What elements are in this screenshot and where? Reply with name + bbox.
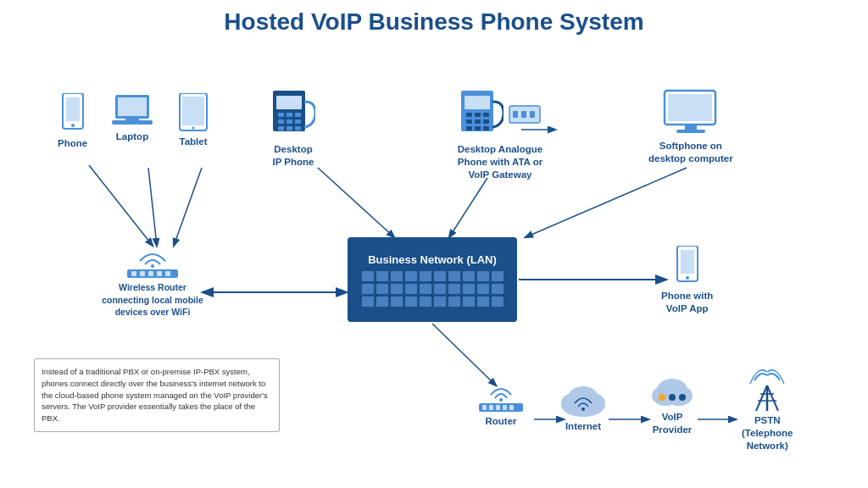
svg-rect-29	[165, 271, 170, 276]
svg-rect-33	[287, 113, 292, 117]
svg-rect-31	[276, 96, 302, 109]
svg-rect-59	[676, 130, 705, 133]
node-desktop-analogue: Desktop AnaloguePhone with ATA orVoIP Ga…	[432, 89, 568, 181]
svg-point-79	[669, 394, 676, 401]
svg-rect-69	[509, 405, 514, 410]
svg-line-82	[756, 385, 767, 411]
svg-rect-50	[475, 126, 481, 130]
svg-rect-49	[466, 126, 472, 130]
laptop-icon	[112, 93, 153, 127]
desktop-ip-phone-icon	[271, 89, 315, 140]
page: Hosted VoIP Business Phone System	[0, 0, 868, 488]
svg-rect-17	[118, 97, 147, 116]
svg-rect-47	[475, 119, 481, 124]
softphone-icon	[661, 89, 721, 136]
node-pstn: PSTN(TelephoneNetwork)	[742, 369, 793, 452]
svg-point-23	[151, 264, 154, 268]
svg-rect-28	[157, 271, 162, 276]
svg-rect-57	[668, 94, 712, 121]
svg-rect-38	[278, 126, 284, 130]
svg-point-15	[71, 124, 75, 127]
svg-rect-37	[295, 119, 301, 124]
node-wireless-router: Wireless Routerconnecting local mobilede…	[93, 246, 212, 319]
svg-rect-19	[125, 119, 139, 122]
phone-icon	[60, 93, 86, 134]
node-desktop-ip-phone: DesktopIP Phone	[271, 89, 315, 169]
node-softphone: Softphone ondesktop computer	[648, 89, 733, 165]
svg-rect-44	[475, 113, 481, 117]
svg-rect-66	[489, 405, 493, 410]
svg-rect-51	[483, 126, 489, 130]
svg-line-83	[767, 385, 778, 411]
router-icon	[477, 381, 525, 412]
svg-point-62	[686, 276, 689, 280]
svg-rect-40	[295, 126, 301, 130]
node-internet: Internet	[558, 381, 609, 433]
svg-rect-58	[685, 125, 697, 130]
svg-rect-32	[278, 113, 284, 117]
voip-provider-icon	[648, 377, 696, 408]
svg-rect-35	[278, 119, 284, 124]
svg-rect-54	[521, 111, 526, 118]
svg-rect-25	[131, 271, 136, 276]
page-title: Hosted VoIP Business Phone System	[17, 8, 851, 36]
node-router-bottom: Router	[477, 381, 525, 428]
svg-rect-67	[496, 405, 500, 410]
svg-rect-26	[140, 271, 145, 276]
pstn-tower-icon	[748, 369, 787, 411]
svg-rect-36	[287, 119, 292, 124]
svg-line-0	[89, 165, 153, 246]
node-laptop: Laptop	[112, 93, 153, 143]
svg-point-78	[659, 394, 665, 401]
svg-point-80	[679, 394, 686, 401]
svg-rect-48	[483, 119, 489, 124]
note-box: Instead of a traditional PBX or on-premi…	[34, 358, 280, 432]
svg-rect-39	[287, 126, 292, 130]
node-voip-provider: VoIPProvider	[648, 377, 696, 436]
svg-line-8	[432, 324, 496, 385]
desktop-analogue-icon	[459, 89, 541, 140]
svg-point-22	[192, 127, 195, 130]
svg-rect-34	[295, 113, 301, 117]
svg-rect-46	[466, 119, 472, 124]
svg-point-63	[499, 398, 503, 402]
svg-line-2	[174, 168, 202, 246]
svg-rect-45	[483, 113, 489, 117]
svg-rect-21	[182, 97, 204, 125]
phone-voip-icon	[675, 246, 700, 286]
svg-rect-42	[465, 96, 490, 109]
svg-rect-53	[513, 111, 518, 118]
svg-line-1	[148, 168, 157, 246]
svg-line-4	[318, 168, 394, 237]
svg-rect-43	[466, 113, 472, 117]
svg-rect-14	[66, 97, 80, 121]
svg-point-74	[581, 408, 585, 411]
business-network: Business Network (LAN)	[348, 237, 517, 322]
wireless-router-icon	[123, 246, 182, 278]
cloud-icon	[558, 381, 609, 417]
svg-rect-68	[503, 405, 507, 410]
svg-rect-55	[530, 111, 535, 118]
diagram: Phone Laptop Ta	[17, 42, 851, 458]
tablet-icon	[178, 93, 209, 132]
node-tablet: Tablet	[178, 93, 209, 148]
node-phone: Phone	[58, 93, 87, 150]
svg-rect-65	[482, 405, 487, 410]
node-phone-voip: Phone withVoIP App	[661, 246, 713, 315]
svg-line-5	[449, 178, 487, 237]
svg-rect-61	[681, 250, 694, 274]
svg-rect-27	[148, 271, 153, 276]
